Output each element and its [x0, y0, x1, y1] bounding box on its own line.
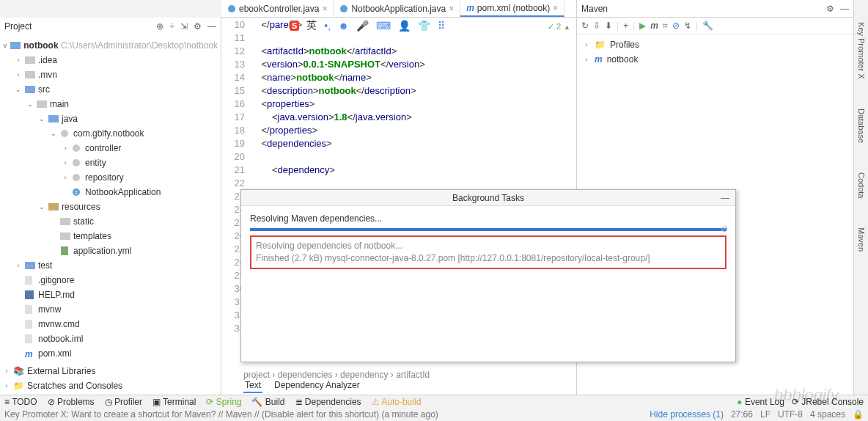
wrench-icon[interactable]: 🔧: [702, 21, 713, 31]
maven-module[interactable]: ›m notbook: [577, 52, 853, 67]
skin-icon[interactable]: 👕: [418, 20, 430, 32]
tree-item[interactable]: ›.idea: [0, 53, 221, 67]
mic-icon[interactable]: 🎤: [356, 20, 369, 32]
caret-pos[interactable]: 27:66: [731, 409, 753, 420]
code-line[interactable]: 12 <artifactId>notbook</artifactId>: [221, 45, 576, 59]
code-line[interactable]: 19 <dependencies>: [221, 138, 576, 151]
project-tree[interactable]: vnotbook C:\Users\Administrator\Desktop\…: [0, 35, 221, 364]
code-line[interactable]: 15 <description>notbook</description>: [221, 85, 576, 98]
ime-punct[interactable]: •,: [324, 20, 331, 32]
tree-item[interactable]: mpom.xml: [0, 346, 221, 361]
progress-label: Resolving Maven dependencies...: [250, 213, 727, 224]
hide-icon[interactable]: —: [840, 4, 849, 14]
code-line[interactable]: 13 <version>0.0.1-SNAPSHOT</version>: [221, 59, 576, 72]
tree-item[interactable]: ›entity: [0, 155, 221, 170]
inspection-badge[interactable]: ✓ 2: [548, 22, 570, 32]
gear-icon[interactable]: ⚙: [826, 4, 834, 14]
collapse-icon[interactable]: ÷: [169, 21, 174, 32]
project-root[interactable]: vnotbook C:\Users\Administrator\Desktop\…: [0, 38, 221, 53]
tree-item[interactable]: HELP.md: [0, 288, 221, 302]
status-autobuild[interactable]: ⚠ Auto-build: [372, 397, 422, 407]
close-icon[interactable]: ×: [553, 3, 558, 13]
reload-icon[interactable]: ↻: [581, 21, 589, 31]
graph-icon[interactable]: ↯: [684, 21, 691, 31]
skip-icon[interactable]: ⌗: [663, 21, 668, 31]
code-line[interactable]: 11: [221, 32, 576, 45]
subtab-text[interactable]: Text: [243, 378, 262, 393]
vtab-database[interactable]: Database: [857, 109, 866, 143]
editor-tabs: ebookController.java×NotbookApplication.…: [221, 0, 576, 18]
code-line[interactable]: 16 <properties>: [221, 98, 576, 111]
tree-item[interactable]: ⌄resources: [0, 199, 221, 214]
add-icon[interactable]: +: [623, 21, 628, 31]
tree-item[interactable]: templates: [0, 229, 221, 244]
code-line[interactable]: 14 <name>notbook</name>: [221, 72, 576, 85]
offline-icon[interactable]: ⊘: [672, 21, 680, 31]
scratches[interactable]: › 📁 Scratches and Consoles: [0, 378, 221, 393]
close-icon[interactable]: ×: [322, 4, 327, 14]
ime-lang[interactable]: 英: [306, 19, 317, 32]
keyboard-icon[interactable]: ⌨: [376, 20, 391, 32]
cancel-task-icon[interactable]: ⊘: [721, 224, 728, 234]
minimize-icon[interactable]: —: [721, 193, 729, 203]
emoji-icon[interactable]: ☻: [338, 20, 349, 32]
status-build[interactable]: 🔨 Build: [251, 397, 284, 407]
tree-item[interactable]: ⌄main: [0, 97, 221, 111]
tree-item[interactable]: .gitignore: [0, 273, 221, 288]
expand-icon[interactable]: ⇲: [180, 21, 188, 32]
tree-item[interactable]: notbook.iml: [0, 332, 221, 346]
download-icon[interactable]: ⬇: [605, 21, 612, 31]
code-line[interactable]: 18 </properties>: [221, 125, 576, 138]
gen-icon[interactable]: ⇩: [593, 21, 600, 31]
status-profiler[interactable]: ◷ Profiler: [105, 397, 142, 407]
gear-icon[interactable]: ⚙: [194, 21, 202, 32]
tree-item[interactable]: mvnw.cmd: [0, 317, 221, 332]
tree-item[interactable]: ⌄java: [0, 111, 221, 126]
indent[interactable]: 4 spaces: [810, 409, 845, 420]
vtab-codota[interactable]: Codota: [857, 172, 866, 198]
line-sep[interactable]: LF: [760, 409, 770, 420]
lock-icon[interactable]: 🔒: [853, 409, 864, 420]
run-icon[interactable]: ▶: [639, 21, 646, 31]
code-line[interactable]: 17 <java.version>1.8</java.version>: [221, 111, 576, 125]
code-line[interactable]: 21 <dependency>: [221, 164, 576, 177]
tree-item[interactable]: ›repository: [0, 170, 221, 185]
code-line[interactable]: 20: [221, 151, 576, 164]
tree-item[interactable]: cNotbookApplication: [0, 185, 221, 199]
status-dependencies[interactable]: ≣ Dependencies: [295, 397, 361, 407]
tree-item[interactable]: ›test: [0, 258, 221, 273]
editor-tab[interactable]: ebookController.java×: [221, 0, 334, 17]
svg-rect-5: [48, 115, 59, 122]
vtab-keypromoter[interactable]: Key Promoter X: [857, 22, 866, 79]
tree-item[interactable]: ›controller: [0, 141, 221, 155]
status-terminal[interactable]: ▣ Terminal: [152, 397, 196, 407]
editor-tab[interactable]: mpom.xml (notbook)×: [460, 0, 564, 17]
tree-item[interactable]: ⌄com.gblfy.notbook: [0, 126, 221, 141]
hide-processes[interactable]: Hide processes (1): [650, 409, 724, 420]
svg-point-8: [73, 159, 80, 166]
select-target-icon[interactable]: ⊕: [156, 21, 163, 32]
vtab-maven[interactable]: Maven: [857, 227, 866, 252]
tree-item[interactable]: static: [0, 214, 221, 229]
tree-item[interactable]: ›.mvn: [0, 67, 221, 82]
tree-item[interactable]: ⌄src: [0, 82, 221, 97]
sogou-icon[interactable]: S: [290, 21, 299, 31]
hide-icon[interactable]: —: [207, 21, 216, 32]
svg-text:c: c: [75, 188, 78, 196]
encoding[interactable]: UTF-8: [778, 409, 803, 420]
subtab-dep[interactable]: Dependency Analyzer: [273, 378, 361, 393]
tree-item[interactable]: mvnw: [0, 302, 221, 317]
user-icon[interactable]: 👤: [398, 20, 411, 32]
maven-tree[interactable]: ›📁 Profiles ›m notbook: [577, 34, 853, 70]
m-icon[interactable]: m: [650, 21, 658, 31]
grid-icon[interactable]: ⠿: [438, 20, 445, 32]
editor-tab[interactable]: NotbookApplication.java×: [334, 0, 460, 17]
close-icon[interactable]: ×: [449, 4, 454, 14]
status-todo[interactable]: ≡ TODO: [4, 397, 37, 407]
maven-profiles[interactable]: ›📁 Profiles: [577, 37, 853, 52]
dialog-title-bar[interactable]: Background Tasks —: [241, 190, 735, 206]
status-problems[interactable]: ⊘ Problems: [48, 397, 95, 407]
external-libraries[interactable]: › 📚 External Libraries: [0, 364, 221, 378]
status-spring[interactable]: ⟳ Spring: [206, 397, 241, 407]
tree-item[interactable]: application.yml: [0, 244, 221, 258]
